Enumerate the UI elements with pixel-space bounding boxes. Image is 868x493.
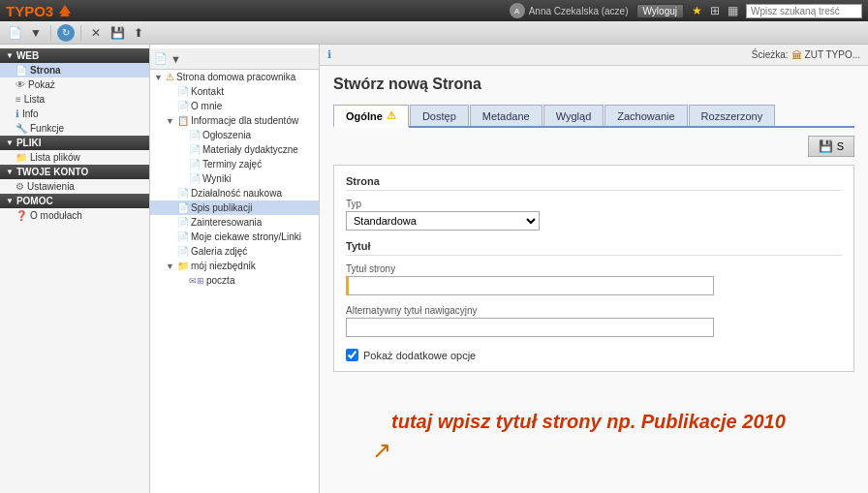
sidebar-item-funkcje[interactable]: 🔧 Funkcje — [0, 121, 149, 136]
tab-metadane[interactable]: Metadane — [470, 105, 542, 126]
tab-ogolne[interactable]: Ogólne ⚠ — [333, 105, 409, 128]
tab-rozszerzony[interactable]: Rozszerzony — [689, 105, 776, 126]
tree-node-wyniki[interactable]: 📄 Wyniki — [150, 171, 319, 186]
tree-node-terminy[interactable]: 📄 Terminy zajęć — [150, 157, 319, 171]
node-icon-page-11: 📄 — [177, 231, 189, 242]
sidebar-item-lista[interactable]: ≡ Lista — [0, 92, 149, 107]
typ-label: Typ — [346, 199, 842, 209]
node-icon-page-10: 📄 — [177, 217, 189, 228]
annotation-arrow-icon: ↗ — [372, 437, 854, 464]
typ-select[interactable]: Standardowa Zewnętrzny URL Skrót Folder — [346, 211, 540, 231]
tree-node-label-2: O mnie — [191, 101, 222, 111]
tree-node-moje-strony[interactable]: 📄 Moje ciekawe strony/Linki — [150, 230, 319, 244]
tytul-strony-label: Tytuł strony — [346, 263, 842, 274]
tree-node-moj-niezbednik[interactable]: ▼ 📁 mój niezbędnik — [150, 259, 319, 273]
logout-button[interactable]: Wyloguj — [636, 4, 684, 18]
pokaz-opcje-row: Pokaż dodatkowe opcje — [346, 349, 842, 361]
sidebar-section-pomoc[interactable]: ▼ POMOC — [0, 194, 149, 208]
close-toolbar-icon[interactable]: ✕ — [87, 24, 105, 42]
node-icon-page-5: 📄 — [189, 144, 201, 155]
sidebar-section-konto[interactable]: ▼ TWOJE KONTO — [0, 165, 149, 179]
page-toolbar-icon[interactable]: 📄 — [6, 24, 23, 42]
sidebar-item-strona[interactable]: 📄 Strona — [0, 63, 149, 77]
tree-node-o-mnie[interactable]: 📄 O mnie — [150, 99, 319, 113]
tab-dostep[interactable]: Dostęp — [410, 105, 469, 126]
breadcrumb: Ścieżka: 🏛 ZUT TYPO... — [752, 49, 860, 61]
expand-icon-6 — [177, 160, 187, 169]
sidebar-label-lista: Lista — [24, 94, 45, 105]
flag-icon[interactable]: ▦ — [728, 4, 738, 17]
tree-page-icon[interactable]: 📄 — [154, 52, 168, 65]
tree-node-label-13: mój niezbędnik — [191, 261, 256, 271]
tree-toolbar: 📄 ▼ — [150, 48, 319, 70]
tree-node-informacje[interactable]: ▼ 📋 Informacje dla studentów — [150, 113, 319, 128]
save-button[interactable]: 💾 S — [808, 136, 854, 157]
tree-node-label-11: Moje ciekawe strony/Linki — [191, 231, 301, 242]
filter-toolbar-icon[interactable]: ▼ — [27, 24, 45, 42]
tab-wyglad[interactable]: Wygląd — [543, 105, 604, 126]
content-info: ℹ — [327, 48, 331, 61]
eye-icon: 👁 — [16, 79, 25, 90]
tree-node-strona-domowa[interactable]: ▼ ⚠ Strona domowa pracownika — [150, 70, 319, 84]
typo3-logo: TYPO3 — [6, 3, 75, 19]
tytul-strony-form-group: Tytuł strony ⚠ — [346, 263, 842, 295]
tree-node-label-0: Strona domowa pracownika — [176, 72, 295, 82]
sidebar-item-ustawienia[interactable]: ⚙ Ustawienia — [0, 179, 149, 194]
breadcrumb-path: ZUT TYPO... — [805, 49, 860, 60]
expand-icon-13[interactable]: ▼ — [166, 262, 175, 271]
star-icon[interactable]: ★ — [692, 4, 702, 17]
node-icon-special-3: 📋 — [177, 115, 189, 126]
expand-icon-9 — [166, 203, 175, 213]
search-input[interactable] — [746, 4, 862, 18]
tree-node-ogloszenia[interactable]: 📄 Ogłoszenia — [150, 128, 319, 142]
tree-node-poczta[interactable]: ✉⊞ poczta — [150, 273, 319, 288]
upload-toolbar-icon[interactable]: ⬆ — [130, 24, 147, 42]
pokaz-opcje-label: Pokaż dodatkowe opcje — [363, 350, 476, 361]
node-icon-page-2: 📄 — [177, 101, 189, 111]
tree-node-dzialalnosc[interactable]: 📄 Działalność naukowa — [150, 186, 319, 200]
second-toolbar: 📄 ▼ ↻ ✕ 💾 ⬆ — [0, 21, 868, 45]
breadcrumb-site-icon: 🏛 — [791, 49, 802, 61]
tree-node-spis-publikacji[interactable]: 📄 Spis publikacji — [150, 200, 319, 215]
sidebar-item-lista-plikow[interactable]: 📁 Lista plików — [0, 150, 149, 165]
tree-filter-icon[interactable]: ▼ — [170, 53, 181, 65]
alt-tytul-input[interactable] — [346, 318, 714, 337]
tree-panel: 📄 ▼ ▼ ⚠ Strona domowa pracownika 📄 Konta… — [150, 45, 320, 493]
tree-node-galeria[interactable]: 📄 Galeria zdjęć — [150, 244, 319, 259]
tytul-strony-input[interactable] — [346, 276, 714, 295]
sidebar-section-pliki[interactable]: ▼ PLIKI — [0, 136, 149, 150]
content-inner: Stwórz nową Strona Ogólne ⚠ Dostęp Metad… — [320, 66, 868, 474]
sidebar-label-funkcje: Funkcje — [30, 123, 64, 134]
zachowanie-label: Zachowanie — [617, 110, 674, 122]
sidebar-item-pokaz[interactable]: 👁 Pokaż — [0, 77, 149, 92]
info-icon: ℹ — [16, 108, 19, 119]
sidebar-section-web[interactable]: ▼ WEB — [0, 48, 149, 63]
node-icon-page-4: 📄 — [189, 130, 201, 140]
tree-node-kontakt[interactable]: 📄 Kontakt — [150, 84, 319, 99]
svg-marker-0 — [59, 5, 71, 16]
save-toolbar-icon[interactable]: 💾 — [108, 24, 126, 42]
tree-node-materialy[interactable]: 📄 Materiały dydaktyczne — [150, 142, 319, 157]
settings-icon: ⚙ — [16, 181, 24, 192]
strona-icon: 📄 — [16, 65, 27, 76]
pokaz-opcje-checkbox[interactable] — [346, 349, 358, 361]
sidebar-item-o-modulach[interactable]: ❓ O modułach — [0, 208, 149, 223]
sidebar-item-info[interactable]: ℹ Info — [0, 107, 149, 121]
main-layout: ▼ WEB 📄 Strona 👁 Pokaż ≡ Lista ℹ Info 🔧 … — [0, 45, 868, 493]
rozszerzony-label: Rozszerzony — [701, 110, 763, 122]
expand-icon-0[interactable]: ▼ — [154, 73, 164, 82]
func-icon: 🔧 — [16, 123, 27, 134]
refresh-button[interactable]: ↻ — [57, 24, 75, 42]
expand-icon-3[interactable]: ▼ — [166, 116, 175, 126]
annotation-text: tutaj wpisz tytuł strony np. Publikacje … — [333, 411, 854, 433]
bookmark-icon[interactable]: ⊞ — [710, 4, 720, 17]
expand-icon-2 — [166, 102, 175, 111]
tree-node-zainteresowania[interactable]: 📄 Zainteresowania — [150, 215, 319, 230]
tab-zachowanie[interactable]: Zachowanie — [604, 105, 687, 126]
dostep-label: Dostęp — [422, 110, 456, 122]
expand-icon-1 — [166, 87, 175, 97]
help-icon: ❓ — [16, 210, 27, 221]
top-bar: TYPO3 A Anna Czekalska (acze) Wyloguj ★ … — [0, 0, 868, 21]
alt-tytul-label: Alternatywny tytuł nawigacyjny — [346, 305, 842, 316]
konto-section-arrow: ▼ — [6, 168, 14, 176]
